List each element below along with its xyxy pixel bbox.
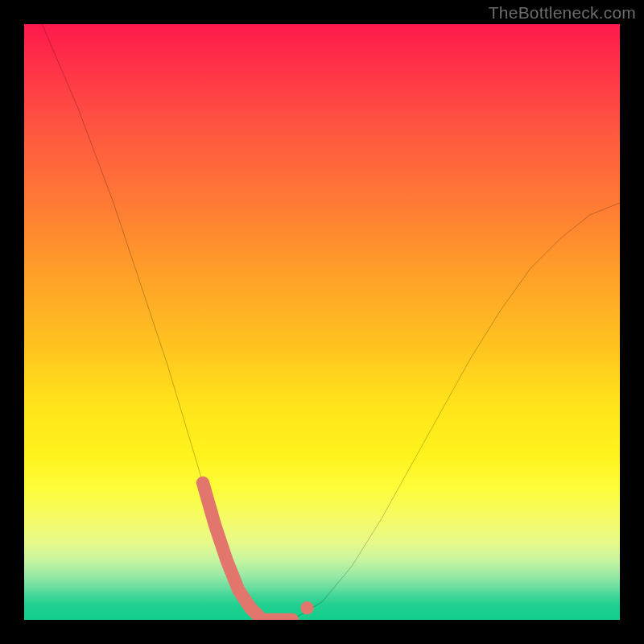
bottleneck-curve — [24, 24, 620, 620]
highlight-bottom — [203, 483, 292, 620]
plot-area — [24, 24, 620, 620]
curve-layer — [24, 24, 620, 620]
highlight-bottom-path — [203, 483, 292, 620]
watermark-text: TheBottleneck.com — [489, 3, 636, 23]
highlight-dot-right — [300, 601, 313, 614]
bottleneck-curve-path — [24, 24, 620, 620]
chart-frame: TheBottleneck.com — [0, 0, 644, 644]
